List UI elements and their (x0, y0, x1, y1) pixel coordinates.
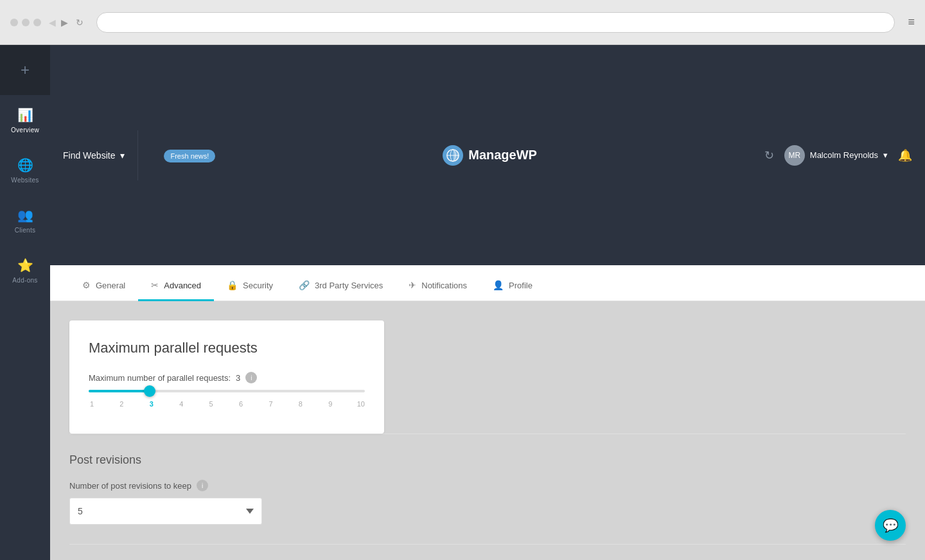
browser-dot-2 (22, 19, 30, 26)
value-display: 3 (236, 373, 240, 383)
app-container: + 📊 Overview 🌐 Websites 👥 Clients ⭐ Add-… (0, 45, 925, 560)
browser-chrome: ◀ ▶ ↻ ≡ (0, 0, 925, 45)
tab-security-label: Security (243, 281, 273, 290)
logo-icon (443, 145, 463, 166)
profile-tab-icon: 👤 (493, 280, 504, 290)
browser-dot-3 (33, 19, 41, 26)
browser-menu-icon[interactable]: ≡ (908, 15, 915, 29)
slider-label-8: 8 (297, 400, 304, 408)
slider-label-6: 6 (238, 400, 244, 408)
logo: ManageWP (443, 145, 537, 166)
tab-general-label: General (96, 281, 125, 290)
slider-label-4: 4 (178, 400, 184, 408)
tab-advanced[interactable]: ✂ Advanced (138, 280, 214, 301)
fresh-news-badge[interactable]: Fresh news! (164, 150, 215, 162)
tab-third-party[interactable]: 🔗 3rd Party Services (286, 280, 396, 301)
slider-fill (89, 390, 150, 392)
clients-icon: 👥 (17, 207, 33, 223)
tab-nav: ⚙ General ✂ Advanced 🔒 Security 🔗 3rd Pa… (50, 265, 925, 301)
slider-label-10: 10 (357, 400, 365, 408)
parallel-requests-card: Maximum parallel requests Maximum number… (69, 320, 384, 433)
nav-back-button[interactable]: ◀ (49, 17, 56, 28)
main-wrapper: Find Website ▾ Fresh news! Ma (50, 45, 925, 560)
general-tab-icon: ⚙ (82, 280, 91, 290)
sidebar-label-websites: Websites (11, 177, 39, 184)
advanced-tab-icon: ✂ (151, 280, 159, 290)
nav-refresh-button[interactable]: ↻ (76, 17, 84, 28)
logo-text: ManageWP (468, 148, 537, 162)
user-menu-button[interactable]: MR Malcolm Reynolds ▾ (784, 145, 888, 166)
post-revisions-section: Post revisions Number of post revisions … (69, 433, 906, 544)
sidebar-item-clients[interactable]: 👥 Clients (0, 195, 50, 245)
browser-nav: ◀ ▶ ↻ (49, 17, 84, 28)
slider-label-9: 9 (327, 400, 333, 408)
slider-labels: 1 2 3 4 5 6 7 8 9 10 (89, 400, 365, 408)
post-revisions-label: Number of post revisions to keep i (69, 480, 906, 491)
slider-label-7: 7 (267, 400, 274, 408)
tab-security[interactable]: 🔒 Security (214, 280, 286, 301)
sidebar-item-websites[interactable]: 🌐 Websites (0, 145, 50, 195)
plus-icon: + (21, 61, 30, 79)
slider-label-3: 3 (148, 400, 155, 408)
content-area: Maximum parallel requests Maximum number… (50, 301, 925, 560)
add-website-button[interactable]: + (0, 45, 50, 95)
sidebar-label-overview: Overview (11, 127, 39, 134)
user-dropdown-icon: ▾ (883, 150, 888, 160)
tab-general[interactable]: ⚙ General (69, 280, 138, 301)
sidebar: + 📊 Overview 🌐 Websites 👥 Clients ⭐ Add-… (0, 45, 50, 560)
slider-track (89, 390, 365, 392)
sync-button[interactable]: ↻ (764, 148, 774, 162)
tab-profile-label: Profile (509, 281, 533, 290)
logo-area: ManageWP (215, 145, 764, 166)
slider-thumb[interactable] (144, 385, 155, 397)
find-website-button[interactable]: Find Website ▾ (50, 130, 138, 180)
slider-label-5: 5 (208, 400, 215, 408)
slider-container: 1 2 3 4 5 6 7 8 9 10 (89, 390, 365, 414)
sidebar-label-clients: Clients (15, 227, 36, 234)
slider-label-1: 1 (89, 400, 95, 408)
tab-notifications[interactable]: ✈ Notifications (396, 280, 480, 301)
tab-notifications-label: Notifications (421, 281, 467, 290)
top-nav: Find Website ▾ Fresh news! Ma (50, 45, 925, 265)
parallel-requests-title: Maximum parallel requests (89, 340, 365, 356)
sidebar-item-addons[interactable]: ⭐ Add-ons (0, 245, 50, 295)
notifications-tab-icon: ✈ (409, 280, 416, 290)
nav-forward-button[interactable]: ▶ (61, 17, 68, 28)
post-revisions-title: Post revisions (69, 453, 906, 467)
address-bar[interactable] (96, 12, 895, 33)
addons-icon: ⭐ (17, 258, 33, 273)
browser-dot-1 (10, 19, 18, 26)
websites-icon: 🌐 (17, 157, 33, 173)
shortcuts-section: Application shortcuts Enable application… (69, 544, 906, 560)
third-party-tab-icon: 🔗 (299, 280, 310, 290)
chat-icon: 💬 (883, 518, 899, 533)
sidebar-label-addons: Add-ons (12, 277, 37, 284)
notifications-bell-button[interactable]: 🔔 (898, 148, 912, 162)
tab-third-party-label: 3rd Party Services (315, 281, 383, 290)
tab-advanced-label: Advanced (164, 281, 201, 290)
post-revisions-select[interactable]: 1 2 3 4 5 10 unlimited (69, 498, 262, 525)
find-website-label: Find Website (63, 150, 115, 161)
security-tab-icon: 🔒 (227, 280, 238, 290)
tab-profile[interactable]: 👤 Profile (480, 280, 545, 301)
nav-right: ↻ MR Malcolm Reynolds ▾ 🔔 (764, 145, 925, 166)
dropdown-icon: ▾ (120, 150, 125, 161)
slider-label-2: 2 (118, 400, 125, 408)
post-revisions-info-icon[interactable]: i (197, 480, 208, 491)
user-name: Malcolm Reynolds (810, 150, 878, 160)
fresh-news-area: Fresh news! (138, 150, 215, 161)
overview-icon: 📊 (17, 107, 33, 123)
sidebar-item-overview[interactable]: 📊 Overview (0, 95, 50, 145)
user-avatar: MR (784, 145, 805, 166)
parallel-requests-label: Maximum number of parallel requests: 3 i (89, 372, 365, 383)
parallel-requests-info-icon[interactable]: i (245, 372, 257, 383)
chat-fab-button[interactable]: 💬 (875, 510, 906, 541)
